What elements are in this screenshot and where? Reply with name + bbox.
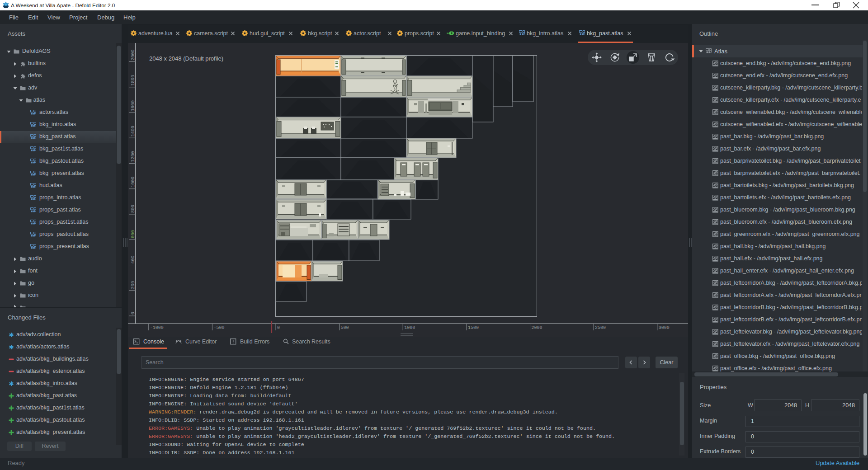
- svg-text:3000: 3000: [659, 325, 670, 330]
- svg-text:2048 x 2048 (Default profile): 2048 x 2048 (Default profile): [149, 55, 223, 62]
- svg-text:600: 600: [131, 230, 136, 238]
- svg-text:-500: -500: [213, 325, 224, 330]
- svg-text:1800: 1800: [131, 75, 136, 86]
- svg-text:0: 0: [131, 312, 136, 315]
- svg-text:1500: 1500: [468, 325, 479, 330]
- svg-text:2500: 2500: [595, 325, 606, 330]
- svg-text:400: 400: [131, 255, 136, 263]
- svg-text:2000: 2000: [532, 325, 542, 330]
- svg-text:0: 0: [277, 325, 280, 330]
- svg-text:800: 800: [131, 205, 136, 213]
- svg-text:1200: 1200: [131, 151, 136, 162]
- svg-text:2000: 2000: [131, 49, 136, 60]
- svg-text:500: 500: [341, 325, 349, 330]
- svg-text:1600: 1600: [131, 100, 136, 111]
- svg-text:1000: 1000: [131, 177, 136, 188]
- svg-text:1000: 1000: [404, 325, 415, 330]
- svg-text:1400: 1400: [131, 126, 136, 136]
- svg-text:200: 200: [131, 281, 136, 289]
- svg-text:-1000: -1000: [150, 325, 164, 330]
